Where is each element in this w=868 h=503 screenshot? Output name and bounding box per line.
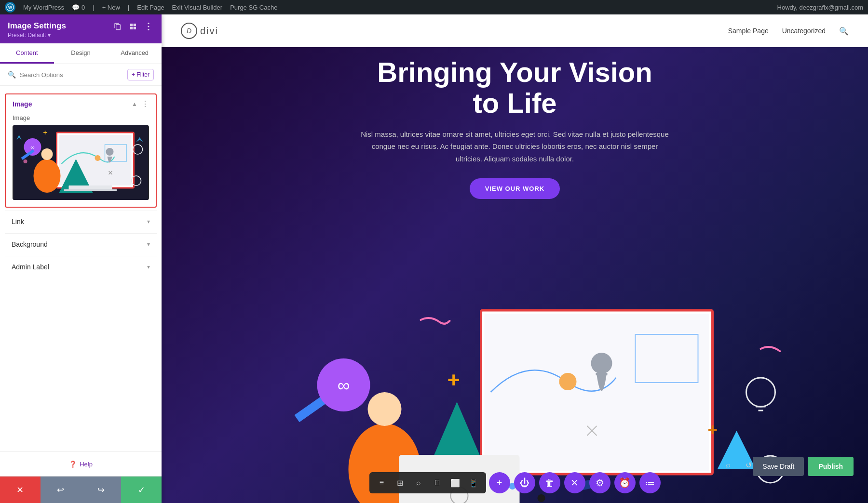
image-section-header[interactable]: Image ▲ ⋮ xyxy=(6,94,156,113)
admin-label-section: Admin Label ▾ xyxy=(5,256,157,278)
layout-icon[interactable] xyxy=(128,21,138,32)
preset-label[interactable]: Preset: Default ▾ xyxy=(8,32,154,39)
image-section-title: Image xyxy=(13,100,32,108)
nav-search-icon[interactable]: 🔍 xyxy=(839,26,849,36)
tab-design[interactable]: Design xyxy=(54,43,108,64)
nav-sample-page[interactable]: Sample Page xyxy=(728,27,769,35)
settings-title: Image Settings xyxy=(8,21,66,31)
save-publish-area: Save Draft Publish xyxy=(753,457,854,476)
undo-button[interactable]: ↩ xyxy=(41,477,81,503)
tab-content[interactable]: Content xyxy=(0,43,54,64)
filter-button[interactable]: + Filter xyxy=(127,69,154,80)
svg-text:+: + xyxy=(708,420,718,439)
svg-point-29 xyxy=(559,373,577,390)
image-more-icon[interactable]: ⋮ xyxy=(141,99,149,108)
svg-point-13 xyxy=(41,148,53,160)
delete-button[interactable]: 🗑 xyxy=(539,472,560,493)
background-section-header[interactable]: Background ▾ xyxy=(5,233,157,255)
close-button[interactable]: ✕ xyxy=(0,477,41,503)
svg-rect-28 xyxy=(485,314,709,471)
hero-cta-button[interactable]: VIEW OUR WORK xyxy=(470,178,560,199)
svg-text:+: + xyxy=(448,368,460,392)
svg-point-19 xyxy=(24,159,27,163)
background-chevron-icon: ▾ xyxy=(147,241,150,248)
publish-button[interactable]: Publish xyxy=(808,457,854,476)
sidebar-content: Image ▲ ⋮ Image xyxy=(0,86,162,451)
site-name[interactable]: My WordPress xyxy=(23,4,64,11)
search-utility-icon[interactable]: ⌕ xyxy=(720,457,736,473)
search-view-icon[interactable]: ⌕ xyxy=(411,475,426,490)
history-button[interactable]: ⏰ xyxy=(614,472,636,493)
close-button-toolbar[interactable]: ✕ xyxy=(564,472,585,493)
help-icon: ❓ xyxy=(69,461,77,468)
settings-button[interactable]: ⚙ xyxy=(589,472,610,493)
svg-point-47 xyxy=(746,378,775,407)
add-button[interactable]: + xyxy=(489,472,510,493)
options-icon[interactable]: ≡ xyxy=(374,475,390,490)
hero-section: Bringing Your Vision to Life Nisl massa,… xyxy=(162,47,868,503)
header-icons xyxy=(112,21,154,32)
mobile-view-icon[interactable]: 📱 xyxy=(466,475,481,490)
action-buttons: + ⏻ 🗑 ✕ ⚙ ⏰ ≔ xyxy=(489,472,661,493)
hero-title: Bringing Your Vision to Life xyxy=(377,57,652,119)
redo-button[interactable]: ↪ xyxy=(81,477,122,503)
logo-text: divi xyxy=(200,26,218,37)
search-bar: 🔍 + Filter xyxy=(0,64,162,86)
edit-page-btn[interactable]: Edit Page xyxy=(137,4,164,11)
view-controls: ≡ ⊞ ⌕ 🖥 ⬜ 📱 xyxy=(369,472,486,493)
svg-text:+: + xyxy=(43,129,47,136)
website-header: D divi Sample Page Uncategorized 🔍 xyxy=(162,14,868,47)
sidebar-header: Image Settings Preset: Default ▾ xyxy=(0,14,162,43)
divi-logo: D divi xyxy=(181,23,218,39)
exit-vb-btn[interactable]: Exit Visual Builder xyxy=(172,4,223,11)
image-preview[interactable]: ∞ + xyxy=(13,125,149,200)
svg-rect-24 xyxy=(64,189,117,191)
grid-view-icon[interactable]: ⊞ xyxy=(393,475,408,490)
layers-button[interactable]: ≔ xyxy=(639,472,661,493)
link-section-header[interactable]: Link ▾ xyxy=(5,211,157,232)
admin-bar: W My WordPress 💬 0 | + New | Edit Page E… xyxy=(0,0,868,14)
save-draft-button[interactable]: Save Draft xyxy=(753,457,804,476)
link-section-title: Link xyxy=(12,218,24,225)
nav-uncategorized[interactable]: Uncategorized xyxy=(782,27,826,35)
search-icon: 🔍 xyxy=(8,71,16,79)
background-section-title: Background xyxy=(12,240,48,248)
image-section: Image ▲ ⋮ Image xyxy=(5,93,157,208)
help-button[interactable]: ❓ Help xyxy=(69,461,93,468)
new-post-btn[interactable]: + New xyxy=(102,4,120,11)
admin-label-chevron-icon: ▾ xyxy=(147,264,150,270)
image-field-label: Image xyxy=(6,113,156,125)
svg-point-37 xyxy=(591,353,612,374)
settings-tabs: Content Design Advanced xyxy=(0,43,162,64)
comments-count[interactable]: 💬 0 xyxy=(72,4,85,11)
svg-text:W: W xyxy=(8,5,13,10)
admin-label-title: Admin Label xyxy=(12,263,49,271)
svg-point-3 xyxy=(148,26,149,27)
svg-point-2 xyxy=(148,23,149,24)
svg-point-26 xyxy=(106,148,114,156)
desktop-view-icon[interactable]: 🖥 xyxy=(429,475,445,490)
svg-point-53 xyxy=(538,494,545,502)
purge-cache-btn[interactable]: Purge SG Cache xyxy=(230,4,277,11)
confirm-button[interactable]: ✓ xyxy=(121,477,162,503)
tab-advanced[interactable]: Advanced xyxy=(108,43,162,64)
wp-logo-icon[interactable]: W xyxy=(5,2,15,13)
admin-user-info: Howdy, deezgrafix@gmail.com xyxy=(777,4,863,11)
user-label[interactable]: Howdy, deezgrafix@gmail.com xyxy=(777,4,863,11)
search-input[interactable] xyxy=(20,71,123,79)
website-nav: Sample Page Uncategorized 🔍 xyxy=(728,26,849,36)
svg-point-35 xyxy=(368,392,402,426)
settings-sidebar: Image Settings Preset: Default ▾ xyxy=(0,14,162,503)
power-button[interactable]: ⏻ xyxy=(514,472,535,493)
svg-point-8 xyxy=(95,155,101,161)
help-section: ❓ Help xyxy=(0,451,162,476)
svg-rect-23 xyxy=(69,185,112,189)
bottom-toolbar: ≡ ⊞ ⌕ 🖥 ⬜ 📱 + ⏻ 🗑 ✕ ⚙ ⏰ ≔ xyxy=(369,472,661,493)
svg-rect-38 xyxy=(596,373,608,375)
tablet-view-icon[interactable]: ⬜ xyxy=(448,475,463,490)
svg-point-12 xyxy=(34,159,61,193)
canvas-area: D divi Sample Page Uncategorized 🔍 Bring… xyxy=(162,14,868,503)
more-options-icon[interactable] xyxy=(143,21,154,32)
copy-icon[interactable] xyxy=(112,21,123,32)
admin-label-section-header[interactable]: Admin Label ▾ xyxy=(5,256,157,278)
